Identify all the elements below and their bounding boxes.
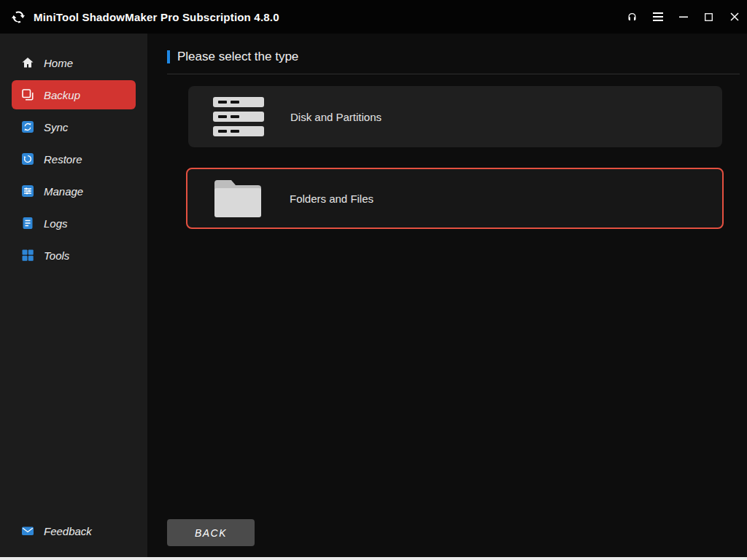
sidebar-item-tools[interactable]: Tools: [12, 241, 136, 270]
sidebar: Home Backup: [0, 34, 147, 557]
sidebar-item-manage[interactable]: Manage: [12, 176, 136, 206]
sidebar-item-label: Tools: [44, 249, 69, 262]
bottom-edge-strip: [0, 557, 747, 560]
sync-icon: [21, 120, 34, 133]
sidebar-item-label: Logs: [44, 217, 68, 230]
option-label: Disk and Partitions: [290, 111, 382, 123]
sidebar-item-sync[interactable]: Sync: [12, 112, 136, 141]
close-button[interactable]: [721, 0, 747, 34]
app-window: MiniTool ShadowMaker Pro Subscription 4.…: [0, 0, 747, 560]
home-icon: [21, 56, 34, 69]
sidebar-item-label: Feedback: [44, 525, 92, 537]
backup-icon: [21, 88, 34, 101]
envelope-icon: [21, 524, 34, 537]
sidebar-item-restore[interactable]: Restore: [12, 144, 136, 174]
sidebar-item-label: Manage: [44, 185, 83, 198]
sidebar-item-feedback[interactable]: Feedback: [12, 516, 136, 545]
manage-icon: [21, 184, 34, 198]
heading-row: Please select the type: [167, 50, 747, 64]
minitool-logo-icon: [10, 9, 26, 25]
support-button[interactable]: [619, 0, 645, 34]
page-title: Please select the type: [177, 50, 298, 64]
window-controls: [619, 0, 747, 34]
titlebar: MiniTool ShadowMaker Pro Subscription 4.…: [0, 0, 747, 34]
main-panel: Please select the type: [147, 34, 747, 557]
option-folders-and-files[interactable]: Folders and Files: [186, 168, 724, 229]
heading-accent-bar: [167, 50, 170, 63]
sidebar-item-label: Restore: [44, 153, 82, 166]
window-title: MiniTool ShadowMaker Pro Subscription 4.…: [34, 11, 279, 23]
restore-icon: [21, 152, 34, 166]
maximize-button[interactable]: [696, 0, 721, 34]
sidebar-item-home[interactable]: Home: [12, 48, 136, 77]
option-disk-and-partitions[interactable]: Disk and Partitions: [188, 86, 722, 147]
folder-icon: [212, 178, 263, 219]
back-button[interactable]: BACK: [167, 519, 255, 546]
sidebar-item-logs[interactable]: Logs: [12, 209, 136, 238]
logs-icon: [21, 217, 34, 230]
sidebar-item-backup[interactable]: Backup: [12, 80, 136, 109]
sidebar-item-label: Backup: [44, 89, 80, 101]
sidebar-item-label: Home: [44, 57, 73, 69]
tools-icon: [21, 249, 34, 262]
minimize-button[interactable]: [670, 0, 696, 34]
content-area: Home Backup: [0, 34, 747, 557]
sidebar-item-label: Sync: [44, 121, 68, 133]
disk-stack-icon: [213, 96, 264, 137]
menu-button[interactable]: [645, 0, 670, 34]
option-label: Folders and Files: [290, 192, 374, 205]
heading-separator: [167, 74, 740, 74]
